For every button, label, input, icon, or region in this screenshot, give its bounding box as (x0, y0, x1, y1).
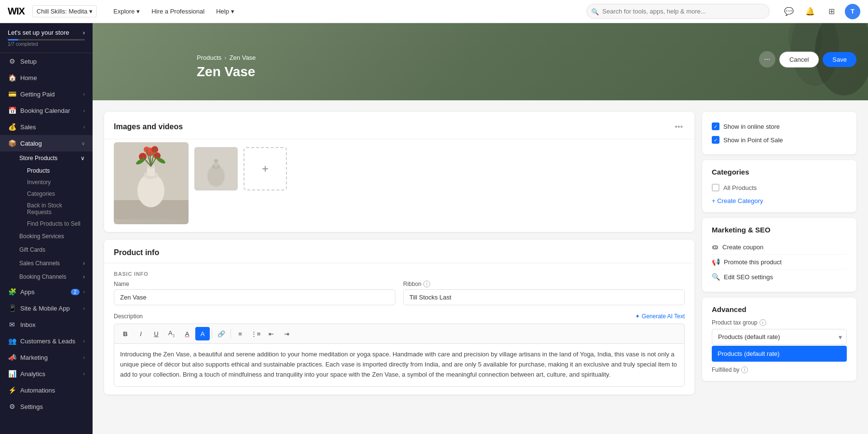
edit-seo-item[interactable]: 🔍 Edit SEO settings (712, 270, 847, 284)
nav-help[interactable]: Help ▾ (211, 5, 239, 18)
setup-title[interactable]: Let's set up your store › (8, 29, 85, 36)
product-info-header: Product info (104, 240, 694, 263)
user-avatar[interactable]: T (845, 4, 860, 19)
sidebar-item-automations[interactable]: ⚡ Automations (0, 382, 93, 398)
breadcrumb-products-link[interactable]: Products (197, 54, 221, 61)
sidebar-item-catalog[interactable]: 📦 Catalog ∨ (0, 135, 93, 151)
breadcrumb-separator: › (224, 54, 226, 61)
description-header: Description ✦ Generate AI Text (114, 313, 685, 320)
sidebar-item-site-mobile[interactable]: 📱 Site & Mobile App › (0, 300, 93, 316)
cancel-button[interactable]: Cancel (779, 52, 819, 68)
sidebar-sub-products[interactable]: Products (23, 165, 93, 176)
images-menu-button[interactable]: ••• (673, 121, 685, 133)
font-color-button[interactable]: A (180, 327, 194, 340)
site-mobile-chevron-icon: › (83, 306, 85, 311)
create-coupon-item[interactable]: 🎟 Create coupon (712, 240, 847, 255)
sidebar-item-apps[interactable]: 🧩 Apps 2 › (0, 284, 93, 300)
all-products-checkbox[interactable] (712, 184, 719, 191)
search-icon: 🔍 (591, 8, 599, 15)
setup-progress-fill (8, 39, 18, 41)
sidebar-item-getting-paid[interactable]: 💳 Getting Paid › (0, 86, 93, 102)
sidebar-item-settings[interactable]: ⚙ Settings (0, 398, 93, 415)
sidebar-sub-store-products[interactable]: Store Products ∨ (15, 151, 93, 165)
nav-hire[interactable]: Hire a Professional (147, 5, 209, 18)
font-size-button[interactable]: A↕ (164, 327, 179, 340)
show-pos-checkbox[interactable] (712, 136, 719, 144)
home-icon: 🏠 (8, 74, 16, 81)
ribbon-info-icon: i (423, 281, 430, 287)
sidebar-sub-find-products[interactable]: Find Products to Sell (23, 218, 93, 230)
underline-button[interactable]: U (149, 327, 163, 340)
more-options-button[interactable]: ··· (759, 51, 775, 68)
left-column: Images and videos ••• (104, 112, 694, 394)
unordered-list-button[interactable]: ≡ (233, 327, 247, 340)
ribbon-input[interactable] (403, 289, 685, 305)
sidebar-item-analytics[interactable]: 📊 Analytics › (0, 366, 93, 382)
sidebar-item-booking-calendar[interactable]: 📅 Booking Calendar › (0, 102, 93, 119)
store-products-chevron-icon: ∨ (81, 155, 85, 162)
site-chevron-icon: ▾ (89, 8, 93, 15)
setup-section: Let's set up your store › 1/7 completed (0, 23, 93, 53)
catalog-chevron-icon: ∨ (81, 141, 85, 146)
marketing-chevron-icon: › (83, 355, 85, 360)
name-input[interactable] (114, 289, 395, 305)
sidebar-item-marketing[interactable]: 📣 Marketing › (0, 349, 93, 366)
ordered-list-button[interactable]: ⋮≡ (248, 327, 263, 340)
site-mobile-icon: 📱 (8, 304, 16, 312)
chat-icon-btn[interactable]: 💬 (781, 4, 797, 19)
images-panel-title: Images and videos (114, 122, 183, 131)
add-image-icon: + (262, 162, 269, 176)
show-online-store-checkbox[interactable] (712, 122, 719, 130)
nav-explore[interactable]: Explore ▾ (108, 5, 145, 18)
add-image-button[interactable]: + (244, 147, 287, 190)
topbar-nav: Explore ▾ Hire a Professional Help ▾ (108, 5, 239, 18)
site-selector[interactable]: Chill Skills: Medita ▾ (32, 5, 97, 17)
show-online-store-row: Show in online store (712, 120, 847, 133)
sidebar-sub-sales-channels[interactable]: Sales Channels › (15, 257, 93, 270)
generate-ai-text-button[interactable]: ✦ Generate AI Text (635, 313, 685, 320)
indent-decrease-button[interactable]: ⇤ (264, 327, 278, 340)
sidebar-item-home[interactable]: 🏠 Home (0, 69, 93, 86)
categories-panel: Categories All Products + Create Categor… (702, 160, 856, 212)
fulfilled-by-label: Fulfilled by i (712, 366, 847, 373)
automations-icon: ⚡ (8, 386, 16, 394)
sidebar-item-setup[interactable]: ⚙ Setup (0, 53, 93, 69)
sidebar-sub-booking-services[interactable]: Booking Services (15, 230, 93, 243)
indent-increase-button[interactable]: ⇥ (279, 327, 294, 340)
italic-button[interactable]: I (134, 327, 148, 340)
setup-icon: ⚙ (8, 57, 16, 65)
tax-info-icon: i (760, 319, 766, 326)
sidebar-item-customers[interactable]: 👥 Customers & Leads › (0, 333, 93, 349)
description-editor[interactable]: Introducing the Zen Vase, a beautiful an… (114, 343, 685, 387)
sidebar-sub-booking-channels[interactable]: Booking Channels › (15, 270, 93, 284)
tax-group-select[interactable]: Products (default rate) (712, 329, 847, 345)
tax-default-option[interactable]: Products (default rate) (712, 346, 847, 362)
bold-button[interactable]: B (118, 327, 133, 340)
link-button[interactable]: 🔗 (214, 327, 229, 340)
create-category-link[interactable]: + Create Category (712, 197, 847, 204)
apps-icon-btn[interactable]: ⊞ (824, 4, 839, 19)
save-button[interactable]: Save (823, 52, 856, 67)
promote-product-item[interactable]: 📢 Promote this product (712, 255, 847, 270)
topbar-actions: 💬 🔔 ⊞ T (781, 4, 860, 19)
sidebar-sub-inventory[interactable]: Inventory (23, 176, 93, 188)
sidebar-item-inbox[interactable]: ✉ Inbox (0, 316, 93, 333)
apps-badge: 2 (71, 289, 80, 295)
advanced-panel: Advanced Product tax group i Products (d… (702, 298, 856, 381)
right-panel: Show in online store Show in Point of Sa… (702, 112, 856, 394)
search-input[interactable] (586, 4, 770, 19)
notifications-icon-btn[interactable]: 🔔 (802, 4, 818, 19)
search-container: 🔍 (586, 4, 770, 19)
content-area: Images and videos ••• (93, 100, 868, 406)
sidebar-sub-gift-cards[interactable]: Gift Cards (15, 243, 93, 257)
sidebar-sub-categories[interactable]: Categories (23, 188, 93, 200)
site-name: Chill Skills: Medita (37, 8, 87, 15)
topbar: WIX Chill Skills: Medita ▾ Explore ▾ Hir… (0, 0, 868, 23)
sidebar-item-sales[interactable]: 💰 Sales › (0, 119, 93, 135)
visibility-panel: Show in online store Show in Point of Sa… (702, 112, 856, 154)
sidebar-sub-back-in-stock[interactable]: Back in Stock Requests (23, 200, 93, 218)
vase-main-image[interactable] (114, 147, 189, 224)
explore-chevron-icon: ▾ (136, 8, 140, 15)
vase-second-image[interactable] (194, 147, 238, 190)
highlight-button[interactable]: A (195, 327, 210, 340)
